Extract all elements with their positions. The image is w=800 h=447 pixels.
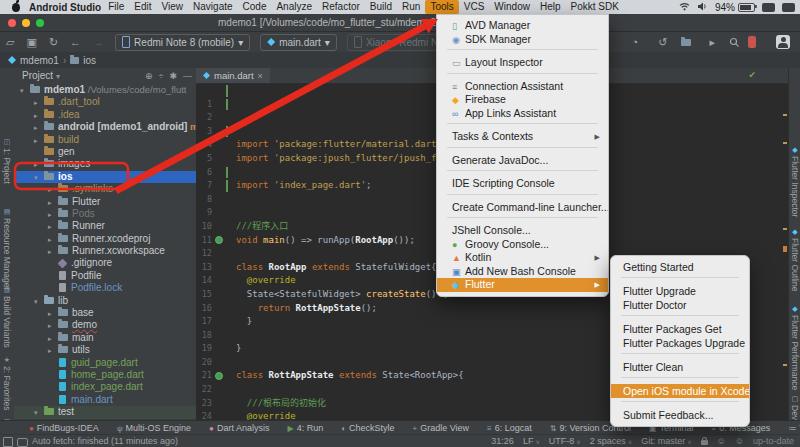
menu-item[interactable]: ◉SDK Manager: [437, 33, 608, 47]
menu-item[interactable]: Submit Feedback...: [611, 408, 749, 422]
tree-row[interactable]: ▸build: [14, 134, 196, 146]
sync-icon[interactable]: ↻: [43, 32, 64, 52]
tool-window-tab[interactable]: ▥Build Variants: [2, 286, 12, 348]
menu-item[interactable]: Flutter Clean: [611, 360, 749, 374]
menu-item[interactable]: [437, 73, 608, 80]
avatar[interactable]: [776, 35, 790, 49]
close-window-button[interactable]: [8, 19, 16, 27]
minimize-window-button[interactable]: [22, 19, 30, 27]
tree-row[interactable]: ▸Runner: [14, 220, 196, 232]
menu-item[interactable]: [437, 170, 608, 177]
menubar-item[interactable]: Pokkt SDK: [566, 0, 624, 14]
tree-row[interactable]: home_page.dart: [14, 369, 196, 381]
recent-icon[interactable]: ◔: [626, 32, 645, 52]
undo-icon[interactable]: ↺: [652, 32, 673, 52]
tree-row[interactable]: .gitignore: [14, 257, 196, 269]
menubar-item[interactable]: File: [103, 0, 129, 14]
tree-row[interactable]: ▸.idea: [14, 109, 196, 121]
menubar-item[interactable]: Navigate: [188, 0, 237, 14]
apple-icon[interactable]: [12, 3, 20, 12]
menubar-item[interactable]: VCS: [459, 0, 490, 14]
tree-row[interactable]: gen: [14, 146, 196, 158]
menu-item[interactable]: Create Command-line Launcher...: [437, 201, 608, 215]
tree-row[interactable]: ▸demo: [14, 319, 196, 331]
tool-window-button[interactable]: ≔ TODO: [779, 423, 800, 433]
menu-item[interactable]: JShell Console...: [437, 224, 608, 238]
toggle-tool-buttons-icon[interactable]: [3, 437, 13, 447]
git-branch-widget[interactable]: Git: master∨: [641, 436, 691, 446]
close-icon[interactable]: ×: [258, 71, 263, 81]
caret-position[interactable]: 31:26: [491, 436, 514, 446]
menu-item[interactable]: [611, 401, 749, 408]
tool-window-tab[interactable]: ◆Flutter Performance: [790, 305, 800, 390]
menu-item[interactable]: Flutter Upgrade: [611, 284, 749, 298]
device-manager-icon[interactable]: [748, 36, 756, 48]
tree-row[interactable]: ▸main: [14, 332, 196, 344]
open-icon[interactable]: ▱: [0, 32, 20, 52]
tree-row[interactable]: ▸images: [14, 158, 196, 170]
menubar-item[interactable]: Edit: [129, 0, 156, 14]
tree-row[interactable]: ▸.symlinks: [14, 183, 196, 195]
folder-icon[interactable]: [681, 39, 691, 46]
menu-item[interactable]: [437, 194, 608, 201]
menu-item[interactable]: Flutter Packages Upgrade: [611, 336, 749, 350]
scrollbar-thumb[interactable]: [783, 246, 787, 252]
wifi-icon[interactable]: [679, 2, 690, 13]
menubar-item[interactable]: Window: [489, 0, 535, 14]
override-gutter-icon[interactable]: [215, 236, 223, 244]
tool-window-tab[interactable]: ◫1: Project: [2, 138, 12, 184]
forward-icon[interactable]: →: [87, 32, 110, 52]
menu-item[interactable]: Getting Started: [611, 260, 749, 274]
tree-row[interactable]: index_page.dart: [14, 381, 196, 393]
breadcrumb-project[interactable]: mdemo1: [20, 55, 59, 66]
menu-item[interactable]: [611, 353, 749, 360]
tree-row[interactable]: Podfile.lock: [14, 282, 196, 294]
encoding-widget[interactable]: UTF-8∨: [549, 436, 581, 446]
menu-item[interactable]: ◆Firebase: [437, 93, 608, 107]
menubar-item[interactable]: View: [157, 0, 189, 14]
menu-item[interactable]: Open iOS module in Xcode: [611, 384, 749, 398]
menu-item[interactable]: ∞App Links Assistant: [437, 107, 608, 121]
menubar-item[interactable]: Refactor: [317, 0, 365, 14]
menu-item[interactable]: ●Groovy Console...: [437, 238, 608, 252]
menu-item[interactable]: ▯AVD Manager: [437, 19, 608, 33]
feedback-face-icon[interactable]: ☺: [735, 436, 744, 446]
panel-header-icon[interactable]: ÷: [159, 68, 164, 84]
battery-indicator[interactable]: 94%: [715, 2, 755, 13]
tree-row[interactable]: ▸Pods: [14, 208, 196, 220]
tree-row[interactable]: ▸Runner.xcworkspace: [14, 245, 196, 257]
tree-row[interactable]: ▸utils: [14, 344, 196, 356]
tool-window-button[interactable]: ● FindBugs-IDEA: [20, 423, 108, 433]
line-separator-widget[interactable]: LF∨: [523, 436, 540, 446]
menubar-item[interactable]: Code: [238, 0, 272, 14]
tree-expand-icon[interactable]: ▾: [34, 407, 44, 419]
tree-row[interactable]: Podfile: [14, 270, 196, 282]
menu-item[interactable]: [437, 123, 608, 130]
menu-item[interactable]: [611, 377, 749, 384]
display-icon[interactable]: [762, 3, 775, 12]
display-icon[interactable]: [782, 3, 795, 12]
zoom-window-button[interactable]: [36, 19, 44, 27]
tree-row[interactable]: guid_page.dart: [14, 357, 196, 369]
menu-item[interactable]: [611, 277, 749, 284]
menubar-app-name[interactable]: Android Studio: [29, 2, 101, 13]
run-anything-icon[interactable]: ▸: [703, 32, 721, 52]
menu-item[interactable]: ▭Layout Inspector: [437, 56, 608, 70]
menu-item[interactable]: ▲Kotlin▶: [437, 251, 608, 265]
tree-row[interactable]: ▾mdemo1 /Volumes/code/mo_flutt: [14, 84, 196, 96]
tool-window-button[interactable]: ● Dart Analysis: [200, 423, 278, 433]
override-gutter-icon[interactable]: [215, 372, 223, 380]
back-icon[interactable]: ←: [64, 32, 87, 52]
menu-item[interactable]: Generate JavaDoc...: [437, 154, 608, 168]
tool-window-tab[interactable]: ★2: Favorites: [2, 356, 12, 410]
tool-window-button[interactable]: ▶ 4: Run: [278, 423, 332, 433]
menu-item[interactable]: ≡Connection Assistant: [437, 80, 608, 94]
tool-window-tab[interactable]: ▤Resource Manager: [2, 208, 12, 290]
tool-window-tab[interactable]: ◆Flutter Inspector: [790, 146, 800, 217]
tree-row[interactable]: ▸base: [14, 307, 196, 319]
device-selector[interactable]: Redmi Note 8 (mobile) ▾: [115, 34, 250, 51]
tree-row[interactable]: ▾test: [14, 406, 196, 418]
tree-row[interactable]: ▸android [mdemo1_android] mas: [14, 121, 196, 133]
search-icon[interactable]: [729, 37, 740, 48]
tool-window-tab[interactable]: ◆Flutter Outline: [790, 228, 800, 291]
